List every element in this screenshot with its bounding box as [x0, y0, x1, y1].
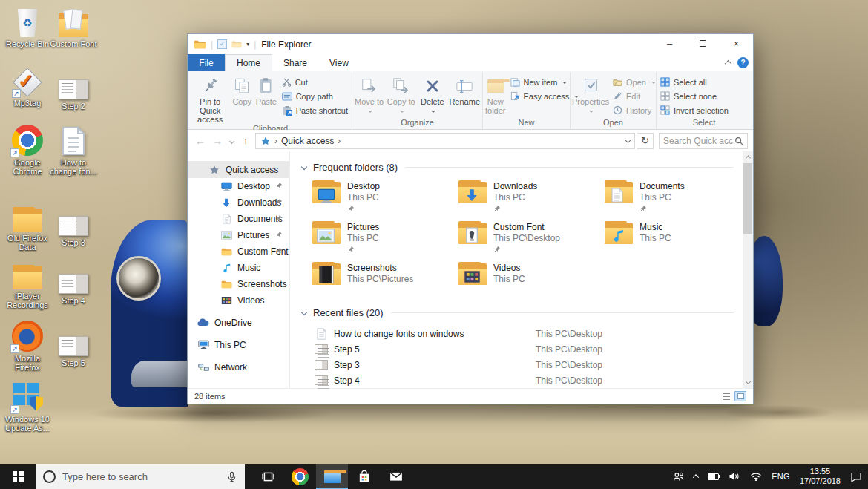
language-indicator[interactable]: ENG	[772, 472, 790, 481]
cut-button[interactable]: Cut	[279, 75, 351, 89]
copy-button[interactable]: Copy	[230, 72, 254, 106]
paste-shortcut-button[interactable]: Paste shortcut	[279, 103, 351, 117]
minimize-button[interactable]: –	[653, 33, 686, 53]
nav-item-quick-access[interactable]: Quick access	[188, 161, 289, 178]
open-button[interactable]: Open	[610, 75, 659, 89]
task-view-button[interactable]	[252, 464, 284, 489]
details-view-button[interactable]	[720, 391, 732, 401]
help-icon[interactable]: ?	[737, 57, 749, 68]
scrollbar-thumb[interactable]	[743, 163, 752, 234]
breadcrumb[interactable]: › Quick access ›	[255, 133, 635, 149]
desktop-icon-step-2[interactable]: Step 2	[49, 67, 98, 111]
recent-file-row[interactable]: Step 3 This PC\Desktop	[300, 357, 743, 373]
taskbar-search-box[interactable]	[36, 464, 245, 489]
edit-button[interactable]: Edit	[610, 89, 659, 103]
tab-view[interactable]: View	[318, 54, 360, 71]
recent-files-header[interactable]: Recent files (20)	[300, 307, 743, 318]
search-box[interactable]	[659, 133, 748, 149]
taskbar-search-input[interactable]	[62, 471, 220, 482]
taskbar-chrome-button[interactable]	[284, 464, 316, 489]
nav-item-music[interactable]: Music	[188, 260, 289, 276]
folder-tile-screenshots[interactable]: ScreenshotsThis PC\Pictures	[312, 262, 458, 295]
nav-item-screenshots[interactable]: Screenshots	[188, 276, 289, 292]
folder-tile-desktop[interactable]: DesktopThis PC	[312, 180, 458, 214]
select-all-button[interactable]: Select all	[657, 75, 731, 89]
nav-item-pictures[interactable]: Pictures	[188, 227, 289, 243]
nav-item-videos[interactable]: Videos	[188, 292, 289, 309]
nav-item-network[interactable]: Network	[188, 358, 289, 375]
tab-share[interactable]: Share	[272, 54, 318, 71]
qat-new-folder-icon[interactable]	[231, 40, 242, 48]
folder-tile-documents[interactable]: DocumentsThis PC	[605, 180, 751, 214]
wifi-icon[interactable]	[750, 472, 762, 481]
maximize-button[interactable]	[686, 33, 720, 53]
folder-tile-custom-font[interactable]: Custom FontThis PC\Desktop	[458, 221, 605, 255]
back-button[interactable]: ←	[193, 135, 208, 147]
taskbar-mail-button[interactable]	[380, 464, 412, 489]
hidden-icons-chevron[interactable]	[693, 474, 699, 480]
new-folder-button[interactable]: New folder	[484, 72, 507, 115]
history-button[interactable]: History	[610, 103, 659, 117]
desktop-icon-recycle-bin[interactable]: ♻ Recycle Bin	[3, 4, 52, 48]
desktop-icon-mozilla-firefox[interactable]: ↗ Mozilla Firefox	[3, 319, 52, 372]
rename-button[interactable]: Rename	[447, 72, 481, 106]
move-to-button[interactable]: Move to	[353, 72, 385, 115]
paste-button[interactable]: Paste	[254, 72, 279, 106]
folder-tile-videos[interactable]: VideosThis PC	[458, 262, 605, 295]
people-icon[interactable]	[673, 471, 684, 482]
select-none-button[interactable]: Select none	[657, 89, 731, 103]
tab-file[interactable]: File	[188, 54, 225, 71]
frequent-folders-header[interactable]: Frequent folders (8)	[300, 162, 743, 173]
delete-button[interactable]: Delete	[417, 72, 447, 115]
copy-to-button[interactable]: Copy to	[385, 72, 417, 115]
desktop-icon-step-3[interactable]: Step 3	[49, 203, 98, 247]
volume-icon[interactable]	[729, 471, 740, 482]
address-dropdown-icon[interactable]	[625, 138, 631, 143]
qat-customize-dropdown-icon[interactable]: ▾	[246, 41, 249, 47]
desktop-icon-how-to-change-fonts[interactable]: How to change fon...	[49, 123, 98, 176]
desktop-icon-custom-font[interactable]: Custom Font	[49, 4, 98, 48]
minimize-ribbon-icon[interactable]	[725, 60, 732, 68]
properties-button[interactable]: Properties	[571, 72, 610, 115]
refresh-button[interactable]: ↻	[637, 133, 654, 149]
scroll-down-icon[interactable]	[743, 377, 753, 388]
nav-item-desktop[interactable]: Desktop	[188, 178, 289, 194]
large-icons-view-button[interactable]	[734, 391, 746, 401]
action-center-icon[interactable]	[850, 471, 862, 482]
desktop-icon-old-firefox-data[interactable]: Old Firefox Data	[3, 199, 52, 252]
folder-tile-music[interactable]: MusicThis PC	[605, 221, 751, 255]
desktop-icon-iplayer-recordings[interactable]: iPlayer Recordings	[3, 257, 52, 309]
nav-item-downloads[interactable]: Downloads	[188, 194, 289, 211]
nav-item-custom-font[interactable]: Custom Font	[188, 243, 289, 260]
vertical-scrollbar[interactable]	[743, 151, 753, 388]
taskbar-file-explorer-button[interactable]	[316, 464, 348, 489]
up-button[interactable]: ↑	[238, 135, 253, 146]
desktop-icon-step-5[interactable]: Step 5	[49, 324, 98, 367]
qat-properties-icon[interactable]: ✓	[217, 39, 227, 49]
nav-item-documents[interactable]: Documents	[188, 211, 289, 227]
taskbar-store-button[interactable]	[348, 464, 380, 489]
battery-icon[interactable]	[708, 473, 719, 480]
desktop-icon-windows-10-update[interactable]: ↗ Windows 10 Update As...	[3, 380, 52, 433]
taskbar-clock[interactable]: 13:5517/07/2018	[800, 467, 841, 486]
search-input[interactable]	[663, 136, 734, 146]
close-button[interactable]: ×	[720, 33, 753, 53]
desktop-icon-step-4[interactable]: Step 4	[49, 261, 98, 305]
nav-item-this-pc[interactable]: This PC	[188, 336, 289, 353]
breadcrumb-location[interactable]: Quick access	[281, 136, 334, 146]
folder-tile-downloads[interactable]: DownloadsThis PC	[458, 180, 605, 214]
recent-file-row[interactable]: Step 4 This PC\Desktop	[300, 373, 743, 388]
nav-item-onedrive[interactable]: OneDrive	[188, 314, 289, 331]
recent-file-row[interactable]: How to change fonts on windows This PC\D…	[300, 326, 743, 341]
forward-button[interactable]: →	[210, 135, 225, 147]
recent-locations-dropdown-icon[interactable]	[227, 137, 236, 145]
start-button[interactable]	[0, 464, 36, 489]
invert-selection-button[interactable]: Invert selection	[657, 103, 731, 117]
scroll-up-icon[interactable]	[743, 151, 753, 163]
desktop-icon-google-chrome[interactable]: ↗ Google Chrome	[3, 123, 52, 176]
folder-tile-pictures[interactable]: PicturesThis PC	[312, 221, 458, 255]
tab-home[interactable]: Home	[225, 54, 272, 71]
title-bar[interactable]: | ✓ ▾ | File Explorer – ×	[188, 34, 753, 54]
pin-to-quick-access-button[interactable]: Pin to Quick access	[190, 72, 230, 124]
recent-file-row[interactable]: Step 5 This PC\Desktop	[300, 341, 743, 357]
